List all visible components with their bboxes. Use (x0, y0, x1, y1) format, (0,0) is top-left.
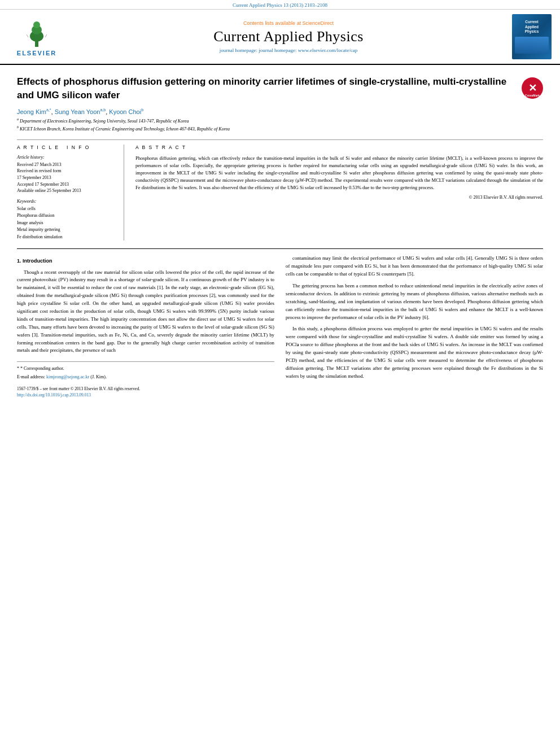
sciencedirect-link[interactable]: ScienceDirect (302, 20, 334, 26)
publisher-logo-area: ELSEVIER (6, 14, 68, 59)
footnote-email: E-mail address: kimjeong@sejong.ac.kr (J… (17, 374, 274, 381)
journal-title-area: Contents lists available at ScienceDirec… (73, 14, 504, 59)
body-left-column: 1. Introduction Though a recent oversupp… (17, 255, 274, 399)
journal-cover-area: CurrentAppliedPhysics (509, 14, 554, 59)
affiliation-1: a Department of Electronics Engineering,… (17, 117, 543, 125)
body-right-column: contamination may limit the electrical p… (286, 255, 543, 399)
history-revised-date: 17 September 2013 (17, 174, 116, 181)
abstract-text: Phosphorus diffusion gettering, which ca… (135, 155, 543, 192)
author-1[interactable]: Jeong Kim (17, 108, 46, 115)
journal-title: Current Applied Physics (213, 28, 364, 45)
contents-label: Contents lists available at (243, 20, 301, 26)
journal-citation-bar: Current Applied Physics 13 (2013) 2103–2… (0, 0, 560, 10)
journal-cover-image: CurrentAppliedPhysics (512, 14, 552, 59)
article-container: Effects of phosphorus diffusion getterin… (0, 65, 560, 404)
authors-line: Jeong Kima,*, Sung Yean Yoona,b, Kyoon C… (17, 108, 543, 115)
section-1-heading: 1. Introduction (17, 257, 274, 265)
keyword-1: Solar cells (17, 206, 116, 212)
svg-point-3 (33, 21, 40, 28)
footer-doi[interactable]: http://dx.doi.org/10.1016/j.cap.2013.09.… (17, 392, 274, 399)
journal-header: ELSEVIER Contents lists available at Sci… (0, 10, 560, 65)
author-2[interactable]: Sung Yean Yoon (55, 108, 100, 115)
article-info-heading: A R T I C L E I N F O (17, 145, 116, 150)
svg-line-5 (45, 34, 47, 37)
crossmark-icon: ✕ CrossMark (522, 77, 543, 99)
copyright-line: © 2013 Elsevier B.V. All rights reserved… (135, 195, 543, 200)
elsevier-tree-icon (20, 18, 54, 49)
body-divider (17, 248, 543, 249)
history-online: Available online 25 September 2013 (17, 187, 116, 194)
author-3[interactable]: Kyoon Choi (109, 108, 141, 115)
elsevier-name: ELSEVIER (17, 50, 56, 56)
affiliation-2: b KICET Icheon Branch, Korea Institute o… (17, 125, 543, 133)
keyword-4: Metal impurity gettering (17, 226, 116, 233)
keyword-2: Phosphorus diffusion (17, 212, 116, 219)
footer-issn: 1567-1739/$ – see front matter © 2013 El… (17, 386, 274, 399)
abstract-heading: A B S T R A C T (135, 145, 543, 150)
affiliations: a Department of Electronics Engineering,… (17, 117, 543, 132)
homepage-label-text: journal homepage: (220, 47, 259, 53)
svg-text:CrossMark: CrossMark (525, 94, 540, 97)
cover-title: CurrentAppliedPhysics (525, 20, 539, 34)
svg-line-4 (27, 34, 28, 37)
svg-text:✕: ✕ (528, 82, 537, 94)
history-revised-label: Received in revised form (17, 168, 116, 174)
email-suffix: (J. Kim). (90, 374, 107, 379)
keyword-3: Image analysis (17, 220, 116, 226)
email-link[interactable]: kimjeong@sejong.ac.kr (46, 374, 89, 379)
intro-paragraph-3: The gettering process has been a common … (286, 282, 543, 321)
footnote-area: * * Corresponding author. E-mail address… (17, 361, 274, 399)
article-info-abstract-section: A R T I C L E I N F O Article history: R… (17, 145, 543, 241)
intro-paragraph-1: Though a recent oversupply of the raw ma… (17, 269, 274, 355)
elsevier-logo: ELSEVIER (17, 18, 56, 56)
info-abstract-divider (17, 139, 543, 140)
footnote-star: * * Corresponding author. (17, 365, 274, 373)
article-info-column: A R T I C L E I N F O Article history: R… (17, 145, 124, 241)
article-title: Effects of phosphorus diffusion getterin… (17, 75, 516, 102)
body-columns: 1. Introduction Though a recent oversupp… (17, 255, 543, 399)
intro-paragraph-4: In this study, a phosphorus diffusion pr… (286, 325, 543, 380)
sciencedirect-line: Contents lists available at ScienceDirec… (243, 20, 334, 26)
abstract-column: A B S T R A C T Phosphorus diffusion get… (135, 145, 543, 241)
journal-homepage: journal homepage: journal homepage: www.… (220, 47, 357, 53)
keyword-5: Fe distribution simulation (17, 234, 116, 241)
journal-citation-text: Current Applied Physics 13 (2013) 2103–2… (233, 2, 327, 8)
article-title-area: Effects of phosphorus diffusion getterin… (17, 75, 543, 102)
history-received: Received 27 March 2013 (17, 161, 116, 168)
intro-paragraph-2: contamination may limit the electrical p… (286, 255, 543, 278)
crossmark-badge[interactable]: ✕ CrossMark (522, 77, 543, 99)
history-label: Article history: (17, 155, 116, 160)
history-accepted: Accepted 17 September 2013 (17, 181, 116, 188)
keywords-label: Keywords: (17, 199, 116, 204)
homepage-url[interactable]: journal homepage: www.elsevier.com/locat… (259, 47, 357, 53)
email-label: E-mail address: (17, 374, 45, 379)
